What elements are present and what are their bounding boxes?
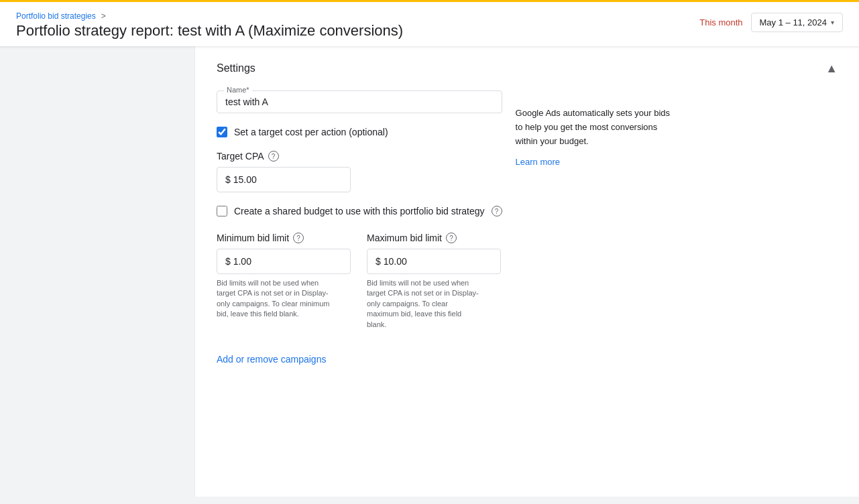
- add-campaigns-link[interactable]: Add or remove campaigns: [217, 354, 326, 365]
- max-bid-input-container: [367, 249, 501, 274]
- min-bid-input-container: [217, 249, 351, 274]
- this-month-label: This month: [699, 17, 742, 27]
- settings-header: Settings ▲: [217, 62, 838, 74]
- shared-budget-help-icon[interactable]: ?: [492, 206, 502, 216]
- settings-content: Name* Set a target cost per action (opti…: [217, 90, 838, 365]
- min-bid-help-icon[interactable]: ?: [293, 233, 304, 243]
- name-input-container: Name*: [217, 90, 502, 113]
- chevron-down-icon: ▾: [831, 19, 834, 26]
- bid-limits-section: Minimum bid limit ? Bid limits will not …: [217, 233, 502, 330]
- target-cpa-input-container: [217, 167, 351, 192]
- form-section: Name* Set a target cost per action (opti…: [217, 90, 502, 365]
- max-bid-label: Maximum bid limit: [367, 233, 442, 243]
- sidebar-info: Google Ads automatically sets your bids …: [502, 90, 690, 365]
- breadcrumb-area: Portfolio bid strategies > Portfolio str…: [16, 10, 403, 40]
- min-bid-input[interactable]: [225, 256, 342, 267]
- max-bid-col: Maximum bid limit ? Bid limits will not …: [367, 233, 501, 330]
- info-text: Google Ads automatically sets your bids …: [516, 107, 677, 148]
- collapse-button[interactable]: ▲: [825, 62, 838, 74]
- max-bid-label-row: Maximum bid limit ?: [367, 233, 501, 243]
- shared-budget-checkbox[interactable]: [217, 206, 227, 216]
- content-wrapper: Settings ▲ Name* Set a target cost per a…: [0, 46, 859, 497]
- target-cpa-section: Target CPA ?: [217, 151, 502, 192]
- min-bid-hint: Bid limits will not be used when target …: [217, 278, 331, 320]
- max-bid-help-icon[interactable]: ?: [446, 233, 457, 243]
- shared-budget-row: Create a shared budget to use with this …: [217, 206, 502, 216]
- page-title: Portfolio strategy report: test with A (…: [16, 22, 403, 40]
- learn-more-link[interactable]: Learn more: [516, 157, 560, 167]
- name-field: Name*: [217, 90, 502, 113]
- target-cpa-label: Target CPA: [217, 151, 264, 162]
- name-input[interactable]: [225, 97, 494, 107]
- top-bar: Portfolio bid strategies > Portfolio str…: [0, 0, 859, 46]
- target-cpa-checkbox-label: Set a target cost per action (optional): [234, 127, 388, 137]
- name-label: Name*: [224, 86, 252, 94]
- target-cpa-label-row: Target CPA ?: [217, 151, 502, 162]
- header-right: This month May 1 – 11, 2024 ▾: [699, 13, 843, 32]
- max-bid-input[interactable]: [376, 256, 492, 267]
- date-range-label: May 1 – 11, 2024: [760, 17, 827, 27]
- bid-limits-row: Minimum bid limit ? Bid limits will not …: [217, 233, 502, 330]
- min-bid-label: Minimum bid limit: [217, 233, 289, 243]
- breadcrumb-chevron: >: [101, 11, 106, 21]
- left-sidebar: [0, 46, 194, 497]
- target-cpa-checkbox-row: Set a target cost per action (optional): [217, 127, 502, 137]
- min-bid-col: Minimum bid limit ? Bid limits will not …: [217, 233, 351, 330]
- target-cpa-help-icon[interactable]: ?: [268, 151, 279, 162]
- settings-title: Settings: [217, 62, 255, 74]
- target-cpa-input[interactable]: [225, 174, 342, 185]
- min-bid-label-row: Minimum bid limit ?: [217, 233, 351, 243]
- settings-panel: Settings ▲ Name* Set a target cost per a…: [194, 46, 859, 497]
- shared-budget-label: Create a shared budget to use with this …: [234, 206, 485, 216]
- max-bid-hint: Bid limits will not be used when target …: [367, 278, 481, 330]
- date-range-button[interactable]: May 1 – 11, 2024 ▾: [751, 13, 843, 32]
- target-cpa-checkbox[interactable]: [217, 127, 227, 137]
- breadcrumb-link[interactable]: Portfolio bid strategies: [16, 11, 96, 21]
